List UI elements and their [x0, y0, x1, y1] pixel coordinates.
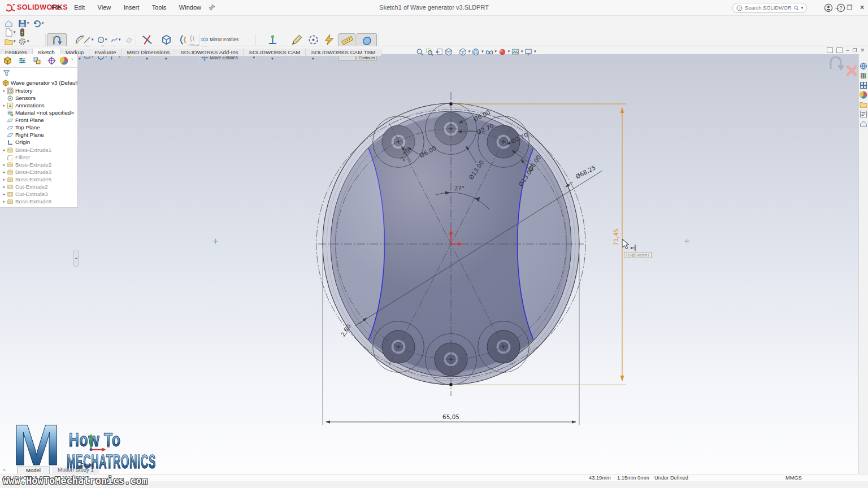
- zoom-to-area-icon[interactable]: [426, 48, 433, 56]
- tree-item-history[interactable]: ▸History: [0, 87, 77, 94]
- tree-item-cut-extrude2[interactable]: ▸Cut-Extrude2: [0, 183, 77, 190]
- panel-tab-overflow[interactable]: ›: [71, 56, 73, 62]
- tree-item-boss-extrude6[interactable]: ▸Boss-Extrude6: [0, 198, 77, 205]
- menubar-pin-icon[interactable]: [209, 4, 215, 11]
- design-library-icon[interactable]: [860, 72, 867, 80]
- triad-view-label: Front: [80, 462, 93, 468]
- sketch-line-tool[interactable]: ▾: [84, 36, 93, 43]
- mirror-entities-button[interactable]: Mirror Entities: [201, 36, 255, 43]
- save-button[interactable]: ▾: [18, 19, 29, 28]
- search-dropdown-caret[interactable]: ▾: [801, 6, 803, 10]
- tab-solidworks-add-ins[interactable]: SOLIDWORKS Add-Ins: [175, 49, 244, 56]
- custom-properties-icon[interactable]: [860, 110, 867, 118]
- rebuild-button[interactable]: [18, 28, 27, 37]
- display-style-icon[interactable]: [472, 48, 480, 56]
- status-coord-y: 1.15mm: [617, 474, 636, 481]
- apply-scene-icon[interactable]: [511, 48, 519, 56]
- restore-button[interactable]: ❐: [844, 0, 856, 15]
- open-button[interactable]: ▾: [5, 37, 15, 46]
- tree-item-top-plane[interactable]: Top Plane: [0, 124, 77, 131]
- dimension-hole-angle[interactable]: 27°: [454, 185, 465, 191]
- panel-tab-bar: ›: [0, 54, 77, 68]
- close-button[interactable]: ✕: [856, 0, 868, 15]
- zoom-to-fit-icon[interactable]: [416, 48, 424, 56]
- sketch-spline-tool[interactable]: ▾: [111, 36, 120, 43]
- svg-text:71,45: 71,45: [613, 229, 619, 246]
- tree-item-boss-extrude1[interactable]: ▸Boss-Extrude1: [0, 146, 77, 154]
- minimize-button[interactable]: –: [831, 0, 843, 15]
- status-coord-z: 0mm: [637, 474, 649, 481]
- document-title: Sketch1 of Wave generator v3.SLDPRT: [226, 0, 642, 15]
- cancel-sketch-corner-icon[interactable]: [848, 67, 856, 75]
- watermark-url: www.HowToMechatronics.com: [3, 475, 147, 486]
- exit-sketch-corner-icon[interactable]: [831, 57, 844, 71]
- dimension-drag-icon: [631, 245, 635, 251]
- view-settings-icon[interactable]: [524, 48, 532, 56]
- sketch-plane-tool: [125, 36, 133, 43]
- tab-solidworks-cam-tbm[interactable]: SOLIDWORKS CAM TBM: [306, 49, 381, 56]
- tab-mbd-dimensions[interactable]: MBD Dimensions: [121, 49, 175, 56]
- tree-root-part[interactable]: Wave generator v3 (Default) <<Defaul: [0, 79, 77, 86]
- panel-splitter-handle[interactable]: ◂: [73, 250, 79, 267]
- resources-home-icon[interactable]: [860, 120, 867, 128]
- graphics-area[interactable]: 65,05 27° Ø68.25 2,60 Ø6.00 Ø2.70 2.70 Ø…: [0, 54, 868, 474]
- tree-item-annotations[interactable]: ▸Annotations: [0, 102, 77, 109]
- tree-filter-icon[interactable]: [3, 69, 10, 77]
- confirmation-corner: [823, 54, 859, 80]
- tree-item-sensors[interactable]: Sensors: [0, 94, 77, 102]
- status-units-selector[interactable]: MMGS: [785, 474, 802, 481]
- tree-item-boss-extrude3[interactable]: ▸Boss-Extrude3: [0, 168, 77, 176]
- home-button[interactable]: [5, 19, 13, 28]
- edit-appearance-icon[interactable]: [498, 48, 506, 56]
- new-document-button[interactable]: ▾: [5, 28, 15, 37]
- tree-item-material[interactable]: Material <not specified>: [0, 109, 77, 116]
- hide-show-items-icon[interactable]: [485, 48, 493, 56]
- configuration-manager-tab[interactable]: [33, 56, 41, 65]
- display-manager-tab[interactable]: [60, 56, 68, 65]
- tree-item-boss-extrude2[interactable]: ▸Boss-Extrude2: [0, 161, 77, 168]
- tab-model[interactable]: Model: [17, 467, 50, 474]
- menu-window[interactable]: Window: [174, 0, 206, 15]
- doc-window-icon-2[interactable]: [836, 47, 843, 53]
- menu-insert[interactable]: Insert: [119, 0, 145, 15]
- menu-view[interactable]: View: [93, 0, 116, 15]
- tree-item-fillet2[interactable]: Fillet2: [0, 154, 77, 161]
- section-view-icon[interactable]: [445, 48, 453, 56]
- menu-tools[interactable]: Tools: [147, 0, 172, 15]
- help-search-box[interactable]: ▾: [732, 3, 807, 13]
- view-orientation-icon[interactable]: [459, 48, 467, 56]
- tree-item-front-plane[interactable]: Front Plane: [0, 116, 77, 124]
- cloud-services-icon[interactable]: [860, 62, 867, 70]
- dimension-reference-diameter[interactable]: Ø68.25: [574, 164, 597, 180]
- appearances-icon[interactable]: [860, 91, 867, 99]
- undo-button[interactable]: ▾: [33, 19, 44, 28]
- dimension-overall-width[interactable]: 65,05: [442, 413, 459, 420]
- doc-restore-button[interactable]: ❐: [852, 47, 857, 53]
- tree-item-right-plane[interactable]: Right Plane: [0, 131, 77, 138]
- options-button[interactable]: ▾: [18, 37, 29, 46]
- property-manager-tab[interactable]: [18, 56, 27, 65]
- menu-edit[interactable]: Edit: [69, 0, 90, 15]
- doc-close-button[interactable]: ✕: [860, 47, 865, 53]
- file-explorer-icon[interactable]: [860, 101, 867, 108]
- tab-evaluate[interactable]: Evaluate: [89, 49, 121, 56]
- tree-item-origin[interactable]: Origin: [0, 138, 77, 146]
- search-input[interactable]: [745, 5, 791, 11]
- view-palette-icon[interactable]: [860, 81, 867, 89]
- watermark-logo: M: [12, 418, 60, 472]
- tab-scroll-left[interactable]: <: [1, 467, 8, 474]
- previous-view-icon[interactable]: [435, 48, 443, 56]
- tab-solidworks-cam[interactable]: SOLIDWORKS CAM: [244, 49, 306, 56]
- menu-file[interactable]: File: [46, 0, 67, 15]
- dimension-tooltip: D1@Sketch1: [624, 252, 652, 258]
- dimxpert-manager-tab[interactable]: [47, 56, 56, 65]
- sketch-circle-tool[interactable]: ▾: [97, 36, 107, 43]
- help-circle-icon: [736, 5, 743, 11]
- doc-minimize-button[interactable]: –: [846, 47, 849, 53]
- feature-manager-tab[interactable]: [3, 56, 12, 65]
- tree-item-boss-extrude5[interactable]: ▸Boss-Extrude5: [0, 176, 77, 183]
- svg-text:x: x: [107, 444, 110, 449]
- tree-item-cut-extrude3[interactable]: ▸Cut-Extrude3: [0, 190, 77, 198]
- doc-window-icon-1[interactable]: [827, 47, 833, 53]
- search-icon[interactable]: [793, 5, 799, 11]
